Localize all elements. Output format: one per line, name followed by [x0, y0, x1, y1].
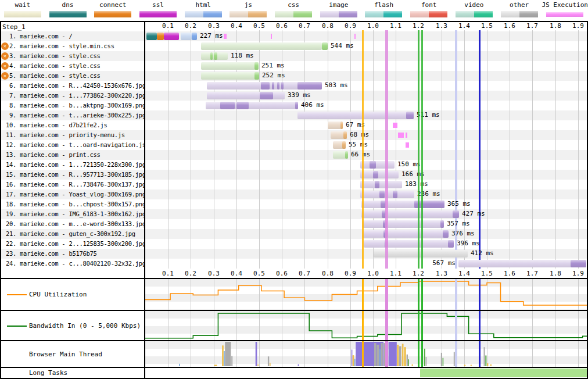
request-row[interactable]: ✕ 5. marieke.com - style.css	[0, 71, 145, 81]
request-row[interactable]: ✕ 2. marieke.com - style.min.css	[0, 41, 145, 51]
request-bar[interactable]	[571, 260, 586, 267]
request-row[interactable]: 21. marieke.com - guten_c-300x192.jpg	[0, 229, 145, 239]
request-bar[interactable]	[297, 112, 414, 119]
request-label[interactable]: 8. marieke.com - b...aktpng-300x169.png	[6, 102, 145, 109]
request-row[interactable]: 12. marieke.com - t...oard-navigation.js	[0, 140, 145, 150]
request-bar[interactable]	[210, 52, 213, 60]
request-bar[interactable]	[297, 82, 322, 90]
request-bar[interactable]	[448, 240, 454, 248]
main-thread-activity-bar	[408, 359, 409, 366]
request-bar[interactable]	[322, 42, 328, 50]
js-execution-mark	[393, 123, 397, 128]
request-row[interactable]: ✕ 3. marieke.com - style.css	[0, 51, 145, 61]
request-row[interactable]: 8. marieke.com - b...aktpng-300x169.png	[0, 101, 145, 110]
request-bar[interactable]	[192, 33, 197, 40]
request-bar[interactable]	[440, 220, 444, 228]
request-bar[interactable]	[375, 181, 379, 188]
request-row[interactable]: 17. marieke.com - Yoast_vlog-300x169.png	[0, 190, 145, 199]
request-bar[interactable]	[201, 62, 259, 70]
request-bar[interactable]	[364, 240, 454, 248]
request-label[interactable]: 23. marieke.com - b5176b75	[6, 250, 97, 257]
request-bar[interactable]	[236, 102, 249, 109]
request-row[interactable]: 10. marieke.com - d7b21fe2.js	[0, 120, 145, 130]
request-bar[interactable]	[360, 181, 402, 188]
request-label[interactable]: 20. marieke.com - m...e-word-300x133.jpg	[6, 220, 145, 227]
request-row[interactable]: 1. marieke.com - /	[0, 31, 145, 41]
request-bar[interactable]	[345, 151, 348, 159]
request-label[interactable]: 24. marieke.com - c...80402120-32x32.jpg	[6, 260, 145, 267]
request-bar[interactable]	[343, 131, 347, 139]
request-row[interactable]: 6. marieke.com - R...42450-1536x676.jpg	[0, 81, 145, 91]
request-label[interactable]: 4. marieke.com - style.css	[6, 62, 101, 69]
request-row[interactable]: 20. marieke.com - m...e-word-300x133.jpg	[0, 219, 145, 229]
request-row[interactable]: 7. marieke.com - i...773862-300x220.jpg	[0, 91, 145, 101]
request-bar[interactable]	[363, 230, 449, 238]
request-bar[interactable]	[393, 191, 397, 198]
request-label[interactable]: 19. marieke.com - IMG_6183-1-300x162.jpg	[6, 210, 145, 217]
request-bar[interactable]	[363, 220, 444, 228]
request-bar[interactable]	[214, 52, 217, 60]
request-label[interactable]: 21. marieke.com - guten_c-300x192.jpg	[6, 230, 135, 237]
request-label[interactable]: 18. marieke.com - b...chpost-300x157.png	[6, 201, 145, 208]
request-label[interactable]: 10. marieke.com - d7b21fe2.js	[6, 121, 107, 128]
request-bar[interactable]	[458, 260, 586, 267]
request-bar[interactable]	[164, 33, 179, 40]
request-label[interactable]: 13. marieke.com - print.css	[6, 151, 101, 158]
request-row[interactable]: 14. marieke.com - 1...721350-228x300.jpg	[0, 160, 145, 170]
request-row[interactable]: 11. marieke.com - priority-menu.js	[0, 130, 145, 140]
request-bar[interactable]	[146, 33, 157, 40]
request-bar[interactable]	[360, 171, 399, 178]
request-bar[interactable]	[360, 161, 395, 169]
request-row[interactable]: 16. marieke.com - R...738476-300x137.jpg	[0, 180, 145, 190]
request-row[interactable]: 9. marieke.com - t...arieke-300x225.jpg	[0, 110, 145, 120]
request-bar[interactable]	[254, 72, 259, 80]
request-bar[interactable]	[254, 62, 259, 70]
request-label[interactable]: 14. marieke.com - 1...721350-228x300.jpg	[6, 161, 145, 168]
request-bar[interactable]	[157, 33, 164, 40]
request-label[interactable]: 7. marieke.com - i...773862-300x220.jpg	[6, 92, 145, 99]
request-label[interactable]: 5. marieke.com - style.css	[6, 72, 101, 79]
request-row[interactable]: 22. marieke.com - 2...125835-300x200.jpg	[0, 239, 145, 249]
request-bar[interactable]	[340, 121, 343, 129]
request-label[interactable]: 17. marieke.com - Yoast_vlog-300x169.png	[6, 191, 145, 198]
request-label[interactable]: 3. marieke.com - style.css	[6, 52, 101, 59]
request-bar[interactable]	[220, 102, 235, 109]
js-execution-mark	[406, 133, 407, 138]
request-bar[interactable]	[181, 33, 192, 40]
request-label[interactable]: 1. marieke.com - /	[6, 33, 72, 40]
request-label[interactable]: 6. marieke.com - R...42450-1536x676.jpg	[6, 82, 145, 89]
request-label[interactable]: 22. marieke.com - 2...125835-300x200.jpg	[6, 240, 145, 247]
request-bar[interactable]	[281, 82, 284, 90]
request-row[interactable]: 23. marieke.com - b5176b75	[0, 249, 145, 259]
request-duration-label: 252 ms	[262, 71, 285, 80]
request-label[interactable]: 2. marieke.com - style.min.css	[6, 42, 114, 49]
request-bar[interactable]	[272, 82, 274, 90]
request-bar[interactable]	[370, 161, 376, 169]
request-bar[interactable]	[201, 42, 322, 50]
request-bar[interactable]	[277, 82, 279, 90]
request-bar[interactable]	[295, 102, 298, 109]
request-bar[interactable]	[379, 191, 385, 198]
request-bar[interactable]	[406, 112, 414, 119]
long-task-bar	[420, 369, 587, 377]
request-label[interactable]: 15. marieke.com - R...957713-300x185.jpg	[6, 171, 145, 178]
request-row[interactable]: 15. marieke.com - R...957713-300x185.jpg	[0, 170, 145, 180]
request-label[interactable]: 16. marieke.com - R...738476-300x137.jpg	[6, 181, 145, 188]
request-label[interactable]: 9. marieke.com - t...arieke-300x225.jpg	[6, 112, 145, 119]
request-label[interactable]: 11. marieke.com - priority-menu.js	[6, 131, 125, 138]
request-bar[interactable]	[453, 210, 459, 218]
request-row[interactable]: 13. marieke.com - print.css	[0, 150, 145, 160]
request-bar[interactable]	[361, 210, 459, 218]
request-bar[interactable]	[201, 72, 259, 80]
request-bar[interactable]	[342, 141, 346, 149]
request-row[interactable]: 24. marieke.com - c...80402120-32x32.jpg	[0, 259, 145, 269]
request-row[interactable]: ✕ 4. marieke.com - style.css	[0, 61, 145, 71]
request-row[interactable]: 19. marieke.com - IMG_6183-1-300x162.jpg	[0, 209, 145, 219]
request-bar[interactable]	[261, 82, 270, 90]
request-bar[interactable]	[260, 92, 273, 99]
request-label[interactable]: 12. marieke.com - t...oard-navigation.js	[6, 141, 145, 148]
request-bar[interactable]	[443, 230, 449, 238]
request-row[interactable]: 18. marieke.com - b...chpost-300x157.png	[0, 199, 145, 209]
request-bar[interactable]	[373, 171, 378, 178]
request-bar[interactable]	[206, 102, 298, 109]
